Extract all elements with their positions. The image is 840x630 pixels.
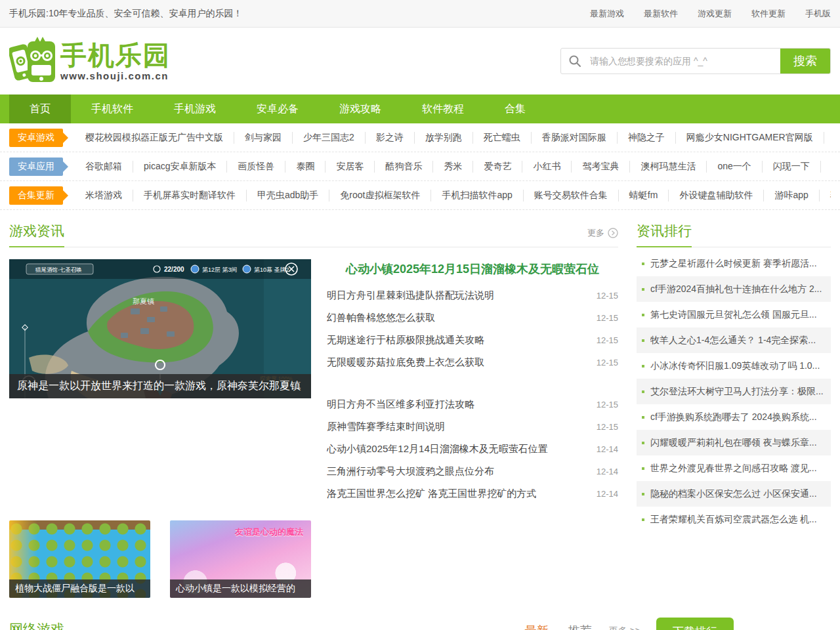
ranking-list-item[interactable]: cf手游换购系统跑哪去了 2024换购系统... <box>637 404 831 430</box>
bullet-icon <box>642 365 644 368</box>
news-item-date: 12-15 <box>597 313 618 323</box>
nav-item[interactable]: 手机软件 <box>71 94 154 123</box>
news-list-item[interactable]: 明日方舟不当区维多利亚打法攻略 12-15 <box>327 393 618 415</box>
ranking-list-item[interactable]: 第七史诗国服元旦贺礼怎么领 国服元旦... <box>637 302 831 327</box>
news-list-item[interactable]: 幻兽帕鲁棉悠悠怎么获取 12-15 <box>327 306 618 329</box>
tag-link[interactable]: 甲壳虫adb助手 <box>247 190 329 201</box>
ranking-list-item[interactable]: 牧羊人之心1-4怎么通关？ 1-4完全探索... <box>637 327 831 353</box>
nav-item[interactable]: 软件教程 <box>402 94 484 123</box>
tag-link[interactable]: 米塔游戏 <box>75 190 133 201</box>
tag-link[interactable]: 蜻蜓fm <box>619 190 669 201</box>
news-item-title[interactable]: 洛克王国世界怎么挖矿 洛克王国世界挖矿的方式 <box>327 488 536 500</box>
search-button[interactable]: 搜索 <box>780 48 830 74</box>
tag-link[interactable]: 死亡蠕虫 <box>473 132 532 144</box>
top-link[interactable]: 手机版 <box>805 8 831 20</box>
news-item-title[interactable]: 心动小镇2025年12月14日溜溜橡木及无暇萤石位置 <box>327 443 548 455</box>
tag-link[interactable]: 酷狗音乐 <box>375 161 433 173</box>
tag-link[interactable]: 爱奇艺 <box>473 161 522 173</box>
top-bar: 手机乐园:10年专业品质、安全可信赖、安卓用户的乐园！ 最新游戏最新软件游戏更新… <box>0 0 840 28</box>
ranking-list-item[interactable]: 闪耀暖暖严莉莉礼包在哪领 夜与蝶乐章... <box>637 430 831 455</box>
site-slogan: 手机乐园:10年专业品质、安全可信赖、安卓用户的乐园！ <box>9 8 242 20</box>
download-ranking-section: 下载排行 1 堆叠大陆 休闲益智 <box>656 615 831 630</box>
nav-item[interactable]: 安卓必备 <box>236 94 319 123</box>
news-item-title[interactable]: 明日方舟不当区维多利亚打法攻略 <box>327 398 474 411</box>
tag-link[interactable]: 少年三国志2 <box>293 132 366 144</box>
tag-link[interactable]: 网瘾少女NIGHTGAMER官网版 <box>676 132 824 144</box>
news-item-title[interactable]: 三角洲行动零号大坝渡鸦之眼点位分布 <box>327 465 494 478</box>
tag-link[interactable]: 游咔app <box>764 190 819 201</box>
tag-link[interactable]: 谷歌邮箱 <box>75 161 133 173</box>
tag-link[interactable]: 影之诗 <box>366 132 415 144</box>
top-link[interactable]: 软件更新 <box>751 8 786 20</box>
news-list-item[interactable]: 洛克王国世界怎么挖矿 洛克王国世界挖矿的方式 12-14 <box>327 482 618 505</box>
search-input[interactable] <box>589 55 780 67</box>
tag-label-android-games[interactable]: 安卓游戏 <box>9 129 63 147</box>
tag-link[interactable]: 咕咚小镇 <box>824 132 831 144</box>
bullet-icon <box>642 442 644 444</box>
news-headline[interactable]: 心动小镇2025年12月15日溜溜橡木及无暇萤石位 <box>327 259 618 279</box>
top-link[interactable]: 最新游戏 <box>590 8 624 20</box>
tag-link[interactable]: bubble官方最新版 <box>821 161 831 173</box>
games-tab[interactable]: 最新 <box>525 623 549 630</box>
news-item-title[interactable]: 幻兽帕鲁棉悠悠怎么获取 <box>327 312 435 324</box>
news-item-title[interactable]: 明日方舟引星棘刺迅捷队搭配玩法说明 <box>327 289 494 302</box>
tag-link[interactable]: 樱花校园模拟器正版无广告中文版 <box>75 132 234 144</box>
news-item-date: 12-15 <box>597 335 618 345</box>
tag-link[interactable]: 画质怪兽 <box>227 161 285 173</box>
nav-item[interactable]: 手机游戏 <box>154 94 236 123</box>
download-ranking-button[interactable]: 下载排行 <box>656 618 734 630</box>
online-games-section: 网络游戏 最新推荐 更多 >> <box>9 615 640 630</box>
tag-link[interactable]: 安居客 <box>326 161 375 173</box>
news-list-item[interactable]: 原神雪阵赛季结束时间说明 12-15 <box>327 415 618 438</box>
tag-link[interactable]: 免root虚拟框架软件 <box>329 190 431 201</box>
ranking-list-item[interactable]: cf手游2024百抽礼包十连抽在什么地方 2... <box>637 276 831 302</box>
tag-link[interactable]: picacg安卓新版本 <box>133 161 227 173</box>
ranking-list-item[interactable]: 王者荣耀机关百炼司空震武器怎么选 机... <box>637 507 831 532</box>
news-list-item[interactable]: 无限暖暖苏菇拉底免费上衣怎么获取 12-15 <box>327 351 618 373</box>
news-item-title[interactable]: 无限暖暖苏菇拉底免费上衣怎么获取 <box>327 356 484 369</box>
tag-link[interactable]: 闪现一下 <box>763 161 821 173</box>
news-item-title[interactable]: 原神雪阵赛季结束时间说明 <box>327 421 445 433</box>
news-more-link[interactable]: 更多 <box>587 227 618 247</box>
top-link[interactable]: 最新软件 <box>644 8 678 20</box>
news-list-item[interactable]: 无期迷途行于枯原极限挑战通关攻略 12-15 <box>327 329 618 351</box>
featured-news-image[interactable]: 猫尾酒馆·七圣召唤 22/200 第12层 第3间 第10幕 圣牌2 那夏镇 探… <box>9 259 311 398</box>
ranking-list-item[interactable]: 隐秘的档案小区保安怎么过 小区保安通... <box>637 481 831 507</box>
tag-link[interactable]: 泰圈 <box>285 161 326 173</box>
news-list-item[interactable]: 心动小镇2025年12月14日溜溜橡木及无暇萤石位置 12-14 <box>327 438 618 460</box>
tag-link[interactable]: 神隐之子 <box>618 132 676 144</box>
online-games-more-link[interactable]: 更多 >> <box>609 625 640 630</box>
tag-link[interactable]: 剑与家园 <box>234 132 293 144</box>
tag-link[interactable]: 外设键盘辅助软件 <box>669 190 764 201</box>
tag-link[interactable]: 秀米 <box>433 161 473 173</box>
news-thumbnail-xindong[interactable]: 友谊是心动的魔法 心动小镇是一款以模拟经营的 <box>170 520 311 598</box>
tag-link[interactable]: 澳柯玛慧生活 <box>630 161 707 173</box>
ranking-list-item[interactable]: 小冰冰传奇怀旧服1.09英雄改动了吗 1.0... <box>637 353 831 379</box>
news-item-title[interactable]: 无期迷途行于枯原极限挑战通关攻略 <box>327 334 484 346</box>
tag-link[interactable]: one一个 <box>707 161 762 173</box>
ranking-list-item[interactable]: 元梦之星祈愿什么时候更新 赛季祈愿活... <box>637 251 831 276</box>
tag-link[interactable]: 手机屏幕实时翻译软件 <box>133 190 247 201</box>
site-logo[interactable]: 手机乐园 www.shouji.com.cn <box>9 35 171 87</box>
news-list-item[interactable]: 三角洲行动零号大坝渡鸦之眼点位分布 12-14 <box>327 460 618 482</box>
top-link[interactable]: 游戏更新 <box>698 8 732 20</box>
news-list-item[interactable]: 明日方舟引星棘刺迅捷队搭配玩法说明 12-15 <box>327 284 618 306</box>
tag-label-collections[interactable]: 合集更新 <box>9 186 63 205</box>
tag-link[interactable]: 账号交易软件合集 <box>524 190 619 201</box>
bullet-icon <box>642 262 644 265</box>
tag-link[interactable]: 放学别跑 <box>415 132 473 144</box>
tag-label-android-apps[interactable]: 安卓应用 <box>9 158 63 176</box>
news-item-date: 12-14 <box>597 489 618 499</box>
ranking-list-item[interactable]: 艾尔登法环大树守卫马人打法分享：极限... <box>637 379 831 404</box>
tag-link[interactable]: 手机扫描软件app <box>431 190 523 201</box>
tag-link[interactable]: 香肠派对国际服 <box>532 132 618 144</box>
games-tab[interactable]: 推荐 <box>568 623 592 630</box>
nav-item[interactable]: 合集 <box>484 94 546 123</box>
tag-link[interactable]: 赛车游戏大 <box>820 190 831 201</box>
tag-link[interactable]: 驾考宝典 <box>572 161 630 173</box>
nav-item[interactable]: 游戏攻略 <box>319 94 402 123</box>
nav-item[interactable]: 首页 <box>9 94 71 123</box>
news-thumbnail-pvz[interactable]: 植物大战僵尸融合版是一款以 <box>9 520 150 598</box>
tag-link[interactable]: 小红书 <box>522 161 572 173</box>
ranking-list-item[interactable]: 世界之外渡见春世界之间感召攻略 渡见... <box>637 455 831 481</box>
